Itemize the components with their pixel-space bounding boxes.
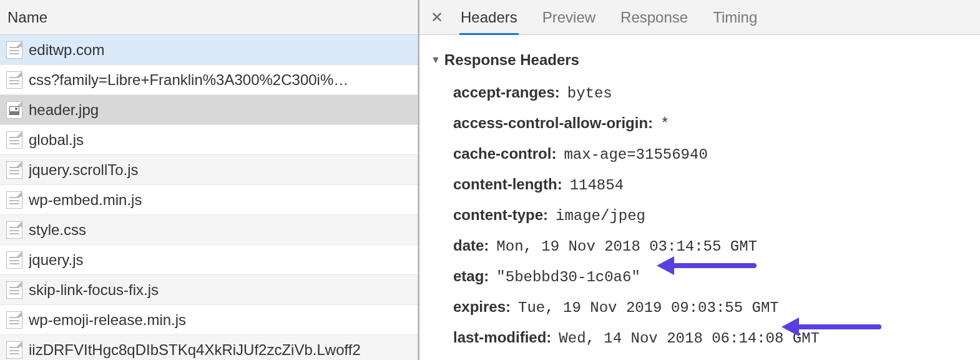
- tab-response[interactable]: Response: [620, 0, 688, 34]
- tab-preview[interactable]: Preview: [542, 0, 595, 34]
- document-icon: [6, 341, 22, 359]
- header-row: expiresTue, 19 Nov 2019 09:03:55 GMT: [431, 292, 969, 322]
- header-row: content-length114854: [431, 169, 969, 200]
- header-key: last-modified: [453, 329, 551, 346]
- request-name: global.js: [29, 131, 84, 149]
- request-row[interactable]: css?family=Libre+Franklin%3A300%2C300i%…: [0, 65, 418, 95]
- section-title: Response Headers: [444, 51, 579, 69]
- request-row[interactable]: global.js: [0, 125, 418, 155]
- request-detail-pane: ✕ HeadersPreviewResponseTiming ▼ Respons…: [418, 0, 980, 360]
- header-row: last-modifiedWed, 14 Nov 2018 06:14:08 G…: [431, 322, 969, 353]
- request-row[interactable]: editwp.com: [0, 35, 418, 65]
- header-value: "5bebbd30-1c0a6": [496, 269, 640, 286]
- header-value: max-age=31556940: [564, 146, 707, 163]
- document-icon: [6, 311, 22, 329]
- detail-tabs: HeadersPreviewResponseTiming: [461, 0, 757, 34]
- request-name: wp-embed.min.js: [29, 191, 142, 209]
- header-row: etag"5bebbd30-1c0a6": [431, 261, 969, 292]
- request-name: style.css: [29, 221, 86, 239]
- header-key: access-control-allow-origin: [453, 114, 653, 132]
- column-header-label: Name: [7, 9, 47, 26]
- header-value: Wed, 14 Nov 2018 06:14:08 GMT: [559, 330, 820, 347]
- request-name: header.jpg: [29, 101, 99, 119]
- header-row: accept-rangesbytes: [431, 78, 969, 108]
- image-icon: [6, 101, 22, 119]
- header-row: access-control-allow-origin*: [431, 108, 969, 139]
- response-headers-list: accept-rangesbytesaccess-control-allow-o…: [431, 78, 969, 353]
- header-value: bytes: [567, 85, 612, 102]
- request-name: css?family=Libre+Franklin%3A300%2C300i%…: [29, 71, 348, 89]
- request-row[interactable]: skip-link-focus-fix.js: [0, 275, 418, 305]
- response-headers-toggle[interactable]: ▼ Response Headers: [431, 51, 969, 69]
- network-requests-pane: Name editwp.comcss?family=Libre+Franklin…: [0, 0, 418, 360]
- document-icon: [6, 191, 22, 209]
- request-name: jquery.scrollTo.js: [29, 161, 139, 179]
- header-key: etag: [453, 268, 489, 285]
- header-row: content-typeimage/jpeg: [431, 200, 969, 231]
- header-row: cache-controlmax-age=31556940: [431, 139, 969, 169]
- header-key: expires: [453, 298, 511, 316]
- request-row[interactable]: header.jpg: [0, 95, 418, 125]
- header-key: content-type: [453, 206, 548, 224]
- header-key: content-length: [453, 176, 562, 193]
- header-key: date: [453, 237, 489, 254]
- document-icon: [6, 71, 22, 89]
- request-row[interactable]: iizDRFVItHgc8qDIbSTKq4XkRiJUf2zcZiVb.Lwo…: [0, 335, 418, 360]
- document-icon: [6, 131, 22, 149]
- request-name: editwp.com: [29, 41, 104, 59]
- request-row[interactable]: wp-emoji-release.min.js: [0, 305, 418, 335]
- header-value: Tue, 19 Nov 2019 09:03:55 GMT: [518, 299, 779, 316]
- request-row[interactable]: wp-embed.min.js: [0, 185, 418, 215]
- request-name: iizDRFVItHgc8qDIbSTKq4XkRiJUf2zcZiVb.Lwo…: [29, 341, 361, 359]
- header-value: Mon, 19 Nov 2018 03:14:55 GMT: [496, 238, 757, 255]
- header-value: image/jpeg: [556, 208, 645, 224]
- column-header-name[interactable]: Name: [0, 0, 418, 35]
- document-icon: [6, 281, 22, 299]
- headers-panel: ▼ Response Headers accept-rangesbytesacc…: [419, 35, 980, 353]
- document-icon: [6, 41, 22, 59]
- close-icon[interactable]: ✕: [428, 10, 446, 25]
- header-key: accept-ranges: [453, 84, 560, 101]
- request-row[interactable]: style.css: [0, 215, 418, 245]
- tab-timing[interactable]: Timing: [713, 0, 757, 34]
- header-row: dateMon, 19 Nov 2018 03:14:55 GMT: [431, 231, 969, 261]
- request-name: skip-link-focus-fix.js: [29, 281, 159, 299]
- request-row[interactable]: jquery.scrollTo.js: [0, 155, 418, 185]
- document-icon: [6, 161, 22, 179]
- document-icon: [6, 221, 22, 239]
- document-icon: [6, 251, 22, 269]
- header-key: cache-control: [453, 145, 556, 162]
- request-name: wp-emoji-release.min.js: [29, 311, 186, 329]
- header-value: *: [660, 116, 669, 132]
- header-value: 114854: [570, 177, 624, 194]
- tab-headers[interactable]: Headers: [461, 0, 517, 34]
- request-name: jquery.js: [29, 251, 84, 269]
- disclosure-triangle-icon: ▼: [431, 54, 441, 66]
- request-row[interactable]: jquery.js: [0, 245, 418, 275]
- request-list: editwp.comcss?family=Libre+Franklin%3A30…: [0, 35, 418, 360]
- detail-header: ✕ HeadersPreviewResponseTiming: [419, 0, 980, 35]
